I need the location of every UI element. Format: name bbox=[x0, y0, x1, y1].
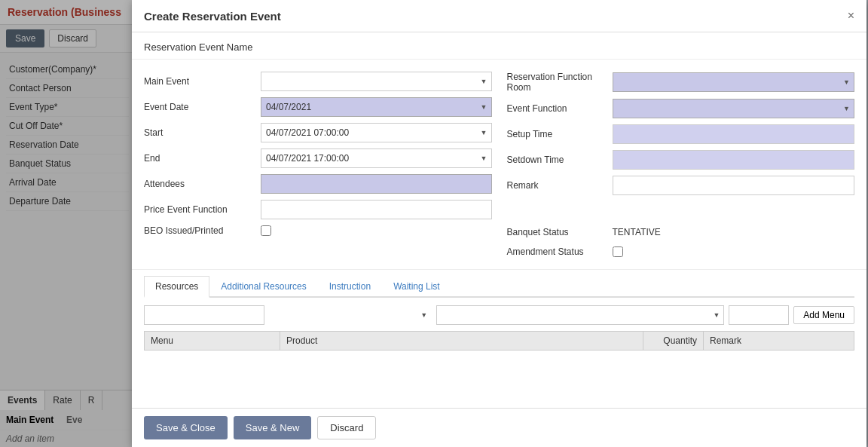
form-right: Reservation Function Room Event Function… bbox=[507, 72, 855, 263]
main-event-field-label: Main Event bbox=[144, 76, 261, 87]
banquet-status-row: Banquet Status TENTATIVE bbox=[507, 224, 855, 240]
main-event-row-form: Main Event bbox=[144, 72, 492, 91]
setdown-time-label: Setdown Time bbox=[507, 155, 613, 165]
remark-row: Remark bbox=[507, 176, 855, 195]
setup-time-label: Setup Time bbox=[507, 129, 613, 139]
reservation-function-room-wrapper bbox=[613, 72, 855, 92]
end-wrapper: 04/07/2021 17:00:00 bbox=[261, 148, 492, 168]
resource-menu-select[interactable] bbox=[144, 305, 264, 325]
resource-add-row: 0 Add Menu bbox=[144, 305, 854, 325]
tab-content-resources: 0 Add Menu Menu Product Quantity Remark bbox=[144, 298, 854, 358]
resource-table: Menu Product Quantity Remark bbox=[144, 331, 854, 351]
setdown-time-input[interactable]: 0 bbox=[613, 150, 855, 170]
price-event-label: Price Event Function bbox=[144, 204, 261, 215]
main-event-select-wrapper bbox=[261, 72, 492, 91]
start-row: Start 04/07/2021 07:00:00 bbox=[144, 123, 492, 142]
beo-checkbox[interactable] bbox=[261, 225, 271, 236]
event-function-wrapper bbox=[613, 99, 855, 118]
event-function-select[interactable] bbox=[613, 99, 855, 118]
tab-additional-resources[interactable]: Additional Resources bbox=[209, 276, 317, 298]
banquet-status-value: TENTATIVE bbox=[613, 224, 661, 240]
beo-label: BEO Issued/Printed bbox=[144, 225, 261, 236]
setdown-time-row: Setdown Time 0 bbox=[507, 150, 855, 170]
start-label: Start bbox=[144, 127, 261, 138]
form-left: Main Event Event Date 04/07/2021 Start 0… bbox=[144, 72, 492, 263]
form-section: Main Event Event Date 04/07/2021 Start 0… bbox=[132, 60, 866, 269]
end-select[interactable]: 04/07/2021 17:00:00 bbox=[261, 148, 492, 168]
reservation-function-room-label: Reservation Function Room bbox=[507, 72, 613, 93]
modal-footer: Save & Close Save & New Discard bbox=[132, 408, 866, 447]
amendment-status-row: Amendment Status bbox=[507, 246, 855, 257]
modal-close-button[interactable]: × bbox=[848, 9, 854, 23]
resource-product-select[interactable] bbox=[436, 305, 724, 325]
tab-waiting-list[interactable]: Waiting List bbox=[382, 276, 451, 298]
tab-bar: Resources Additional Resources Instructi… bbox=[144, 276, 854, 298]
tabs-section: Resources Additional Resources Instructi… bbox=[132, 269, 866, 358]
event-date-wrapper: 04/07/2021 bbox=[261, 97, 492, 117]
modal-dialog: Create Reservation Event × Reservation E… bbox=[132, 0, 866, 447]
modal-body: Reservation Event Name Main Event Event … bbox=[132, 32, 866, 408]
modal-header: Create Reservation Event × bbox=[132, 0, 866, 32]
attendees-label: Attendees bbox=[144, 179, 261, 189]
event-function-row: Event Function bbox=[507, 99, 855, 118]
price-event-input[interactable]: 0.00 bbox=[261, 200, 492, 219]
event-date-row: Event Date 04/07/2021 bbox=[144, 97, 492, 117]
attendees-row: Attendees 0 bbox=[144, 174, 492, 194]
event-name-label: Reservation Event Name bbox=[144, 41, 253, 53]
discard-button[interactable]: Discard bbox=[317, 416, 376, 439]
event-name-section: Reservation Event Name bbox=[132, 32, 866, 60]
attendees-input[interactable]: 0 bbox=[261, 174, 492, 194]
amendment-status-checkbox[interactable] bbox=[613, 246, 623, 257]
start-select[interactable]: 04/07/2021 07:00:00 bbox=[261, 123, 492, 142]
remark-input[interactable] bbox=[613, 176, 855, 195]
beo-row: BEO Issued/Printed bbox=[144, 225, 492, 236]
col-product: Product bbox=[280, 332, 643, 351]
resource-qty-input[interactable]: 0 bbox=[729, 305, 789, 325]
remark-label: Remark bbox=[507, 180, 613, 191]
save-new-button[interactable]: Save & New bbox=[234, 416, 312, 439]
event-date-label: Event Date bbox=[144, 102, 261, 112]
tab-instruction[interactable]: Instruction bbox=[318, 276, 382, 298]
reservation-function-room-row: Reservation Function Room bbox=[507, 72, 855, 93]
col-remark: Remark bbox=[704, 332, 854, 351]
save-close-button[interactable]: Save & Close bbox=[144, 416, 228, 439]
setup-time-input[interactable]: 0 bbox=[613, 124, 855, 144]
modal-title: Create Reservation Event bbox=[144, 10, 281, 23]
main-event-select[interactable] bbox=[261, 72, 492, 91]
setup-time-row: Setup Time 0 bbox=[507, 124, 855, 144]
event-date-select[interactable]: 04/07/2021 bbox=[261, 97, 492, 117]
tab-resources[interactable]: Resources bbox=[144, 276, 209, 298]
add-menu-button[interactable]: Add Menu bbox=[793, 306, 854, 324]
col-menu: Menu bbox=[145, 332, 280, 351]
banquet-status-label: Banquet Status bbox=[507, 227, 613, 237]
reservation-function-room-select[interactable] bbox=[613, 72, 855, 92]
col-quantity: Quantity bbox=[643, 332, 704, 351]
amendment-status-label: Amendment Status bbox=[507, 246, 613, 257]
end-row: End 04/07/2021 17:00:00 bbox=[144, 148, 492, 168]
resource-menu-select-wrapper bbox=[144, 305, 432, 325]
price-event-row: Price Event Function 0.00 bbox=[144, 200, 492, 219]
end-label: End bbox=[144, 153, 261, 164]
resource-product-select-wrapper bbox=[436, 305, 724, 325]
event-function-label: Event Function bbox=[507, 103, 613, 114]
start-wrapper: 04/07/2021 07:00:00 bbox=[261, 123, 492, 142]
